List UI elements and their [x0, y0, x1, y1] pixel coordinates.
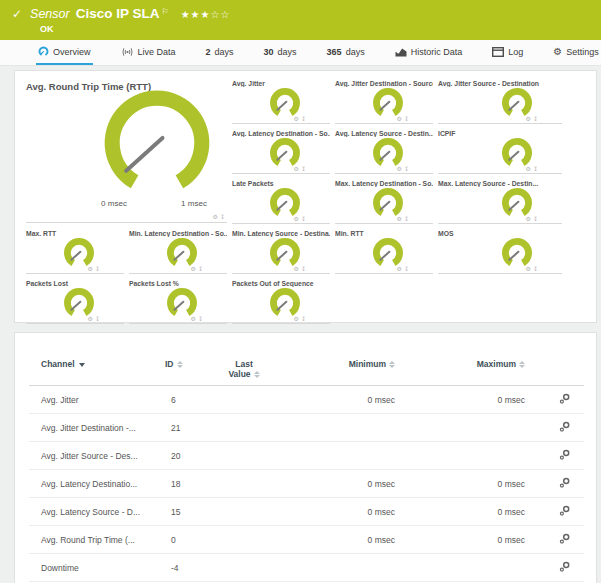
gauge-cell[interactable]: Packets Out of Sequence ⚙↧	[232, 277, 330, 324]
column-header-channel[interactable]: Channel	[29, 359, 157, 386]
gauge-cell[interactable]: Avg. Latency Destination - So... ⚙↧	[232, 127, 330, 174]
channel-row[interactable]: Avg. Latency Source - D... 15 0 msec 0 m…	[29, 498, 584, 526]
pin-icon[interactable]: ↧	[533, 165, 540, 172]
pin-icon[interactable]: ↧	[301, 215, 308, 222]
gauge-cell[interactable]: Avg. Jitter Source - Destination ⚙↧	[438, 77, 562, 124]
gear-icon[interactable]: ⚙	[526, 215, 533, 222]
gauge-cell[interactable]: Late Packets ⚙↧	[232, 177, 330, 224]
channel-name-cell[interactable]: Avg. Jitter	[29, 386, 157, 414]
pin-icon[interactable]: ↧	[301, 115, 308, 122]
tab-overview[interactable]: Overview	[36, 40, 93, 65]
channel-actions-cell	[525, 526, 584, 554]
overview-gauge-icon	[38, 46, 49, 57]
sort-icon	[254, 371, 260, 378]
gauge-cell[interactable]: Avg. Jitter ⚙↧	[232, 77, 330, 124]
channel-name-cell[interactable]: Avg. Jitter Source - Des...	[29, 442, 157, 470]
gear-icon[interactable]: ⚙	[397, 215, 404, 222]
gauge-corner-icons: ⚙↧	[191, 315, 205, 322]
gauge-cell[interactable]: Avg. Jitter Destination - Source ⚙↧	[335, 77, 433, 124]
channel-name-cell[interactable]: Avg. Jitter Destination -...	[29, 414, 157, 442]
channel-row[interactable]: Downtime -4	[29, 554, 584, 582]
channel-name-cell[interactable]: Avg. Latency Destinatio...	[29, 470, 157, 498]
tab-settings[interactable]: ⚙ Settings	[551, 40, 601, 65]
channel-settings-gears-icon[interactable]	[559, 533, 570, 544]
channel-last-value-cell	[203, 414, 285, 442]
channel-settings-gears-icon[interactable]	[559, 477, 570, 488]
pin-icon[interactable]: ↧	[404, 215, 411, 222]
gauge-cell[interactable]: ICPIF ⚙↧	[438, 127, 562, 174]
channel-settings-gears-icon[interactable]	[559, 561, 570, 572]
gauge-cell[interactable]: Max. Latency Destination - So... ⚙↧	[335, 177, 433, 224]
column-header-maximum[interactable]: Maximum	[395, 359, 525, 386]
gear-icon[interactable]: ⚙	[294, 165, 301, 172]
tab-30-days[interactable]: 30 days	[262, 40, 299, 65]
channel-name-cell[interactable]: Avg. Latency Source - D...	[29, 498, 157, 526]
gear-icon[interactable]: ⚙	[88, 315, 95, 322]
pin-icon[interactable]: ↧	[198, 315, 205, 322]
gauge-cell[interactable]: Packets Lost ⚙↧	[26, 277, 124, 324]
tab-365-days[interactable]: 365 days	[325, 40, 367, 65]
channel-name-cell[interactable]: Downtime	[29, 554, 157, 582]
gear-icon[interactable]: ⚙	[191, 265, 198, 272]
pin-icon[interactable]: ↧	[301, 315, 308, 322]
gauge-cell[interactable]: Avg. Latency Source - Destin... ⚙↧	[335, 127, 433, 174]
pin-icon[interactable]: ↧	[301, 265, 308, 272]
gear-icon[interactable]: ⚙	[294, 215, 301, 222]
gauge-cell[interactable]: Min. Latency Destination - So... ⚙↧	[129, 227, 227, 274]
pin-icon[interactable]: ↧	[404, 265, 411, 272]
pin-icon[interactable]: ↧	[533, 115, 540, 122]
tab-historic-data[interactable]: Historic Data	[393, 40, 465, 65]
gear-icon[interactable]: ⚙	[526, 115, 533, 122]
gear-icon[interactable]: ⚙	[526, 265, 533, 272]
tab-2-days[interactable]: 2 days	[204, 40, 236, 65]
channel-row[interactable]: Avg. Jitter Destination -... 21	[29, 414, 584, 442]
priority-flag-icon[interactable]: ⚐	[161, 7, 168, 16]
pin-icon[interactable]: ↧	[198, 265, 205, 272]
gauge-cell[interactable]: Min. Latency Source - Destina... ⚙↧	[232, 227, 330, 274]
gear-icon[interactable]: ⚙	[294, 115, 301, 122]
channel-name-cell[interactable]: Avg. Round Trip Time (...	[29, 526, 157, 554]
priority-stars[interactable]: ★★★☆☆	[181, 9, 231, 20]
pin-icon[interactable]: ↧	[533, 265, 540, 272]
tab-label-number: 30	[264, 47, 274, 57]
column-header-id[interactable]: ID	[157, 359, 203, 386]
gear-icon[interactable]: ⚙	[397, 115, 404, 122]
gear-icon[interactable]: ⚙	[397, 165, 404, 172]
gauge-corner-icons: ⚙↧	[191, 265, 205, 272]
gear-icon[interactable]: ⚙	[526, 165, 533, 172]
channel-settings-gears-icon[interactable]	[559, 421, 570, 432]
gear-icon[interactable]: ⚙	[294, 265, 301, 272]
gauge-cell[interactable]: Max. Latency Source - Destin... ⚙↧	[438, 177, 562, 224]
gauge-cell[interactable]: Max. RTT ⚙↧	[26, 227, 124, 274]
tab-live-data[interactable]: Live Data	[119, 40, 178, 65]
gear-icon[interactable]: ⚙	[191, 315, 198, 322]
pin-icon[interactable]: ↧	[404, 165, 411, 172]
gauge-cell-avg-round-trip-time[interactable]: Avg. Round Trip Time (RTT) 0 msec 1 msec…	[26, 77, 227, 223]
gear-icon[interactable]: ⚙	[397, 265, 404, 272]
gauge-cell[interactable]: Packets Lost % ⚙↧	[129, 277, 227, 324]
channel-row[interactable]: Avg. Jitter Source - Des... 20	[29, 442, 584, 470]
tab-log[interactable]: Log	[490, 40, 525, 65]
gauge-cell[interactable]: MOS ⚙↧	[438, 227, 562, 274]
pin-icon[interactable]: ↧	[301, 165, 308, 172]
channel-row[interactable]: Avg. Jitter 6 0 msec 0 msec	[29, 386, 584, 414]
gear-icon[interactable]: ⚙	[88, 265, 95, 272]
gear-icon[interactable]: ⚙	[294, 315, 301, 322]
gauge-cell[interactable]: Min. RTT ⚙↧	[335, 227, 433, 274]
channel-settings-gears-icon[interactable]	[559, 449, 570, 460]
pin-icon[interactable]: ↧	[95, 315, 102, 322]
channel-actions-cell	[525, 498, 584, 526]
column-label: Minimum	[349, 359, 386, 369]
pin-icon[interactable]: ↧	[220, 213, 227, 220]
channel-row[interactable]: Avg. Round Trip Time (... 0 0 msec 0 mse…	[29, 526, 584, 554]
column-header-last-value[interactable]: Last Value	[203, 359, 285, 386]
channel-settings-gears-icon[interactable]	[559, 393, 570, 404]
channel-row[interactable]: Avg. Latency Destinatio... 18 0 msec 0 m…	[29, 470, 584, 498]
column-header-minimum[interactable]: Minimum	[285, 359, 395, 386]
channel-maximum-cell: 0 msec	[395, 498, 525, 526]
channel-settings-gears-icon[interactable]	[559, 505, 570, 516]
pin-icon[interactable]: ↧	[95, 265, 102, 272]
gear-icon[interactable]: ⚙	[213, 213, 220, 220]
pin-icon[interactable]: ↧	[533, 215, 540, 222]
pin-icon[interactable]: ↧	[404, 115, 411, 122]
